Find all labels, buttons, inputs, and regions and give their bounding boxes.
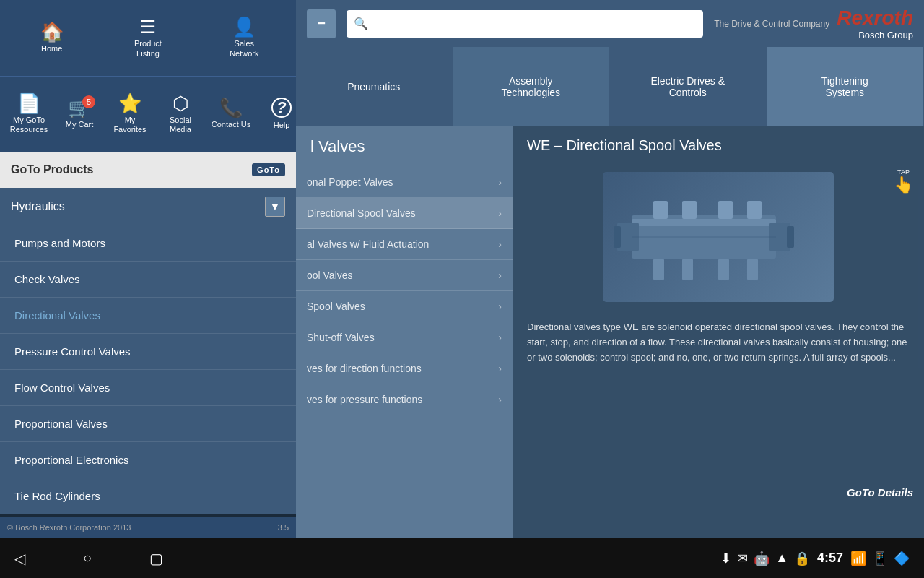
category-tile-assembly-technologies[interactable]: AssemblyTechnologies	[453, 47, 611, 126]
svg-rect-11	[682, 259, 693, 280]
android-bar: ◁ ○ ▢ ⬇ ✉ 🤖 ▲ 🔒 4:57 📶 📱 🔷	[0, 538, 924, 578]
status-icons: ⬇ ✉ 🤖 ▲ 🔒	[720, 551, 810, 566]
favorites-icon: ⭐	[118, 94, 141, 113]
product-listing-nav-item[interactable]: ☰ ProductListing	[123, 17, 173, 58]
category-tiles: Pneumatics AssemblyTechnologies Electric…	[296, 47, 924, 126]
my-goto-resources-nav-item[interactable]: 📄 My GoToResources	[4, 94, 54, 134]
collapse-button[interactable]: −	[307, 9, 336, 38]
sidebar-footer: © Bosch Rexroth Corporation 2013 3.5	[0, 517, 296, 538]
search-bar[interactable]: 🔍	[346, 10, 703, 38]
svg-rect-3	[614, 226, 621, 248]
category-tile-electric-drives[interactable]: Electric Drives &Controls	[610, 47, 767, 126]
detail-title: WE – Directional Spool Valves	[513, 126, 924, 165]
cart-badge: 5	[82, 95, 95, 108]
svg-rect-7	[682, 201, 697, 219]
home-icon: 🏠	[40, 22, 64, 41]
social-media-label: SocialMedia	[170, 116, 191, 134]
hydraulics-section: Hydraulics ▼ Pumps and Motors Check Valv…	[0, 188, 296, 514]
sales-network-label: SalesNetwork	[230, 39, 258, 58]
android-status-bar: ⬇ ✉ 🤖 ▲ 🔒 4:57 📶 📱 🔷	[720, 551, 910, 566]
goto-details-link[interactable]: GoTo Details	[847, 486, 913, 499]
connectivity-icons: 📶 📱 🔷	[850, 551, 910, 566]
category-tile-pneumatics[interactable]: Pneumatics	[296, 47, 453, 126]
my-favorites-nav-item[interactable]: ⭐ MyFavorites	[105, 94, 155, 134]
signal-icon: 📱	[872, 551, 888, 566]
valve-list-panel: l Valves onal Poppet Valves› Directional…	[296, 126, 513, 538]
menu-item-proportional-electronics[interactable]: Proportional Electronics	[0, 442, 296, 478]
menu-item-check-valves[interactable]: Check Valves	[0, 262, 296, 298]
contact-us-icon: 📞	[219, 98, 243, 117]
main-topbar: − 🔍 The Drive & Control Company Rexroth …	[296, 0, 924, 47]
arrow-icon: ›	[498, 207, 502, 219]
home-button[interactable]: ○	[83, 550, 92, 566]
download-icon: ⬇	[720, 551, 731, 566]
svg-rect-6	[653, 201, 668, 219]
help-icon: ?	[271, 98, 292, 118]
sales-network-icon: 👤	[232, 17, 256, 36]
arrow-icon: ›	[498, 394, 502, 405]
product-image-area: TAP 👆	[513, 165, 924, 309]
goto-resources-label: My GoToResources	[10, 116, 48, 134]
svg-rect-13	[747, 259, 758, 280]
content-area: l Valves onal Poppet Valves› Directional…	[296, 126, 924, 538]
product-listing-icon: ☰	[139, 17, 156, 36]
svg-rect-10	[653, 259, 664, 280]
second-navigation: 📄 My GoToResources 🛒 5 My Cart ⭐ MyFavor…	[0, 76, 296, 152]
tap-hand-icon: 👆	[894, 176, 913, 194]
valve-item-poppet[interactable]: onal Poppet Valves›	[296, 167, 513, 198]
svg-rect-9	[747, 201, 762, 219]
expand-button[interactable]: ▼	[265, 197, 285, 217]
recents-button[interactable]: ▢	[149, 550, 163, 567]
search-icon: 🔍	[354, 17, 368, 30]
category-tile-tightening-systems[interactable]: TighteningSystems	[767, 47, 925, 126]
valve-section-title: l Valves	[296, 126, 513, 167]
menu-item-directional-valves[interactable]: Directional Valves	[0, 298, 296, 334]
svg-rect-8	[718, 201, 733, 219]
goto-resources-icon: 📄	[17, 94, 40, 113]
sales-network-nav-item[interactable]: 👤 SalesNetwork	[219, 17, 269, 58]
home-nav-item[interactable]: 🏠 Home	[27, 22, 77, 53]
goto-products-label: GoTo Products	[11, 163, 93, 176]
version-text: 3.5	[278, 523, 289, 532]
arrow-icon: ›	[498, 269, 502, 281]
goto-details-text: GoTo Details	[847, 486, 913, 499]
valve-illustration	[610, 179, 827, 295]
tap-text: TAP	[897, 168, 910, 176]
rexroth-brand-sub: Bosch Group	[858, 30, 913, 40]
menu-item-flow-control-valves[interactable]: Flow Control Valves	[0, 370, 296, 406]
bluetooth-icon: 🔷	[894, 551, 910, 566]
menu-item-tie-rod-cylinders[interactable]: Tie Rod Cylinders	[0, 478, 296, 514]
hydraulics-title: Hydraulics	[11, 200, 65, 213]
valve-item-pressure-functions[interactable]: ves for pressure functions›	[296, 384, 513, 415]
valve-item-pool[interactable]: ool Valves›	[296, 260, 513, 291]
menu-item-pressure-control-valves[interactable]: Pressure Control Valves	[0, 334, 296, 370]
cart-label: My Cart	[66, 120, 94, 129]
menu-item-proportional-valves[interactable]: Proportional Valves	[0, 406, 296, 442]
valve-item-shutoff[interactable]: Shut-off Valves›	[296, 322, 513, 353]
contact-us-label: Contact Us	[212, 120, 250, 129]
menu-item-pumps-motors[interactable]: Pumps and Motors	[0, 225, 296, 262]
social-media-nav-item[interactable]: ⬡ SocialMedia	[155, 94, 206, 134]
favorites-label: MyFavorites	[113, 116, 146, 134]
my-cart-nav-item[interactable]: 🛒 5 My Cart	[54, 98, 105, 129]
lock-icon: 🔒	[794, 551, 810, 566]
goto-products-bar: GoTo Products GoTo	[0, 152, 296, 188]
product-description: Directional valves type WE are solenoid …	[513, 309, 924, 376]
copyright-text: © Bosch Rexroth Corporation 2013	[7, 523, 131, 532]
valve-item-direction-functions[interactable]: ves for direction functions›	[296, 353, 513, 384]
brand-tagline: The Drive & Control Company	[714, 19, 829, 29]
email-icon: ✉	[737, 551, 748, 566]
valve-item-fluid-actuation[interactable]: al Valves w/ Fluid Actuation›	[296, 229, 513, 260]
valve-item-spool[interactable]: Spool Valves›	[296, 291, 513, 322]
detail-panel: WE – Directional Spool Valves	[513, 126, 924, 538]
svg-rect-12	[718, 259, 729, 280]
arrow-icon: ›	[498, 238, 502, 250]
back-button[interactable]: ◁	[14, 550, 25, 567]
arrow-icon: ›	[498, 176, 502, 188]
svg-rect-5	[787, 226, 794, 248]
tap-indicator: TAP 👆	[894, 168, 913, 194]
rexroth-logo: Rexroth Bosch Group	[837, 7, 913, 40]
time-display: 4:57	[817, 551, 843, 566]
contact-us-nav-item[interactable]: 📞 Contact Us	[206, 98, 256, 129]
valve-item-directional-spool[interactable]: Directional Spool Valves›	[296, 198, 513, 229]
